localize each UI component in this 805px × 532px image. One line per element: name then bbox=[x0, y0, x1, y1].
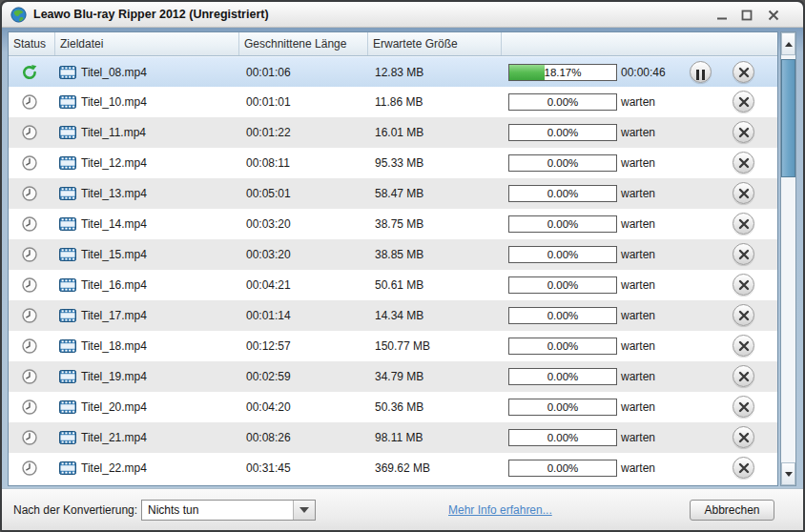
more-info-link[interactable]: Mehr Info erfahren... bbox=[448, 503, 552, 517]
close-icon[interactable] bbox=[763, 6, 784, 24]
table-row[interactable]: Titel_11.mp4 00:01:22 16.01 MB 0.00% war… bbox=[9, 117, 777, 148]
target-filename: Titel_08.mp4 bbox=[81, 57, 147, 88]
video-file-icon bbox=[59, 156, 76, 170]
cut-length-value: 00:04:21 bbox=[246, 270, 291, 300]
remove-x-icon bbox=[738, 218, 750, 230]
progress-percent-label: 0.00% bbox=[509, 247, 616, 262]
remove-x-icon bbox=[738, 432, 750, 443]
table-row[interactable]: Titel_08.mp4 00:01:06 12.83 MB 18.17% 00… bbox=[9, 56, 777, 87]
table-row[interactable]: Titel_21.mp4 00:08:26 98.11 MB 0.00% war… bbox=[9, 422, 777, 453]
remove-button[interactable] bbox=[733, 152, 754, 174]
progress-percent-label: 0.00% bbox=[509, 125, 616, 140]
progress-percent-label: 0.00% bbox=[509, 308, 616, 323]
column-header-target-file: Zieldatei bbox=[55, 32, 239, 55]
remove-button[interactable] bbox=[733, 243, 754, 265]
expected-size-value: 50.61 MB bbox=[375, 270, 423, 300]
cut-length-value: 00:01:22 bbox=[246, 117, 291, 148]
pause-button[interactable] bbox=[690, 61, 712, 83]
progress-bar: 0.00% bbox=[508, 307, 617, 324]
remove-button[interactable] bbox=[733, 396, 754, 418]
cut-length-value: 00:03:20 bbox=[246, 209, 291, 239]
progress-bar: 0.00% bbox=[508, 93, 617, 111]
video-file-icon bbox=[59, 187, 76, 200]
waiting-status-icon bbox=[21, 185, 38, 202]
target-filename: Titel_10.mp4 bbox=[81, 87, 147, 117]
vertical-scrollbar[interactable] bbox=[780, 31, 796, 486]
conversion-queue-table: Status Zieldatei Geschnittene Länge Erwa… bbox=[8, 31, 778, 486]
target-filename: Titel_15.mp4 bbox=[81, 239, 147, 270]
row-state-text: warten bbox=[621, 392, 655, 422]
scrollbar-thumb[interactable] bbox=[781, 59, 795, 177]
row-state-text: warten bbox=[621, 361, 655, 392]
remove-button[interactable] bbox=[733, 426, 754, 448]
remove-button[interactable] bbox=[733, 365, 754, 387]
cut-length-value: 00:05:01 bbox=[246, 178, 291, 209]
table-row[interactable]: Titel_16.mp4 00:04:21 50.61 MB 0.00% war… bbox=[9, 270, 777, 300]
video-file-icon bbox=[59, 126, 76, 139]
cut-length-value: 00:04:20 bbox=[246, 392, 291, 422]
app-globe-icon bbox=[10, 7, 27, 23]
waiting-status-icon bbox=[21, 307, 38, 324]
after-conversion-label: Nach der Konvertierung: bbox=[13, 503, 137, 517]
target-filename: Titel_21.mp4 bbox=[81, 422, 147, 453]
maximize-icon[interactable] bbox=[736, 6, 757, 24]
remove-x-icon bbox=[738, 371, 750, 382]
table-row[interactable]: Titel_17.mp4 00:01:14 14.34 MB 0.00% war… bbox=[9, 300, 777, 331]
remove-button[interactable] bbox=[733, 335, 754, 357]
table-row[interactable]: Titel_13.mp4 00:05:01 58.47 MB 0.00% war… bbox=[9, 178, 777, 209]
progress-bar: 0.00% bbox=[508, 399, 617, 416]
target-filename: Titel_20.mp4 bbox=[81, 392, 147, 422]
waiting-status-icon bbox=[21, 338, 38, 355]
after-conversion-dropdown[interactable]: Nichts tun bbox=[141, 500, 316, 521]
expected-size-value: 50.36 MB bbox=[375, 392, 423, 422]
remove-x-icon bbox=[738, 157, 750, 169]
progress-percent-label: 0.00% bbox=[509, 430, 616, 445]
target-filename: Titel_22.mp4 bbox=[81, 453, 147, 483]
table-row[interactable]: Titel_19.mp4 00:02:59 34.79 MB 0.00% war… bbox=[9, 361, 777, 392]
title-bar[interactable]: Leawo Blu-ray Ripper 2012 (Unregistriert… bbox=[2, 2, 803, 28]
table-row[interactable]: Titel_20.mp4 00:04:20 50.36 MB 0.00% war… bbox=[9, 392, 777, 422]
cancel-button[interactable]: Abbrechen bbox=[690, 500, 774, 521]
row-state-text: warten bbox=[621, 300, 655, 331]
remove-x-icon bbox=[738, 310, 750, 321]
video-file-icon bbox=[59, 461, 76, 475]
minimize-icon[interactable] bbox=[712, 6, 733, 24]
table-row[interactable]: Titel_14.mp4 00:03:20 38.75 MB 0.00% war… bbox=[9, 209, 777, 239]
remove-button[interactable] bbox=[733, 61, 754, 83]
waiting-status-icon bbox=[21, 399, 38, 416]
table-row[interactable]: Titel_22.mp4 00:31:45 369.62 MB 0.00% wa… bbox=[9, 453, 777, 483]
waiting-status-icon bbox=[21, 215, 38, 233]
target-filename: Titel_14.mp4 bbox=[81, 209, 147, 239]
video-file-icon bbox=[59, 370, 76, 383]
row-state-text: warten bbox=[621, 331, 655, 361]
progress-percent-label: 18.17% bbox=[509, 65, 616, 80]
progress-percent-label: 0.00% bbox=[509, 338, 616, 354]
converting-status-icon bbox=[21, 64, 38, 81]
scroll-down-icon[interactable] bbox=[781, 462, 795, 485]
expected-size-value: 11.86 MB bbox=[375, 87, 423, 117]
remove-button[interactable] bbox=[733, 182, 754, 204]
remove-x-icon bbox=[738, 340, 750, 352]
remove-button[interactable] bbox=[733, 91, 754, 113]
expected-size-value: 95.33 MB bbox=[375, 148, 423, 178]
table-row[interactable]: Titel_12.mp4 00:08:11 95.33 MB 0.00% war… bbox=[9, 148, 777, 178]
remove-button[interactable] bbox=[733, 304, 754, 326]
table-header: Status Zieldatei Geschnittene Länge Erwa… bbox=[9, 32, 777, 56]
waiting-status-icon bbox=[21, 124, 38, 141]
waiting-status-icon bbox=[21, 429, 38, 446]
column-header-progress bbox=[502, 32, 777, 55]
cut-length-value: 00:03:20 bbox=[246, 239, 291, 270]
row-state-text: warten bbox=[621, 422, 655, 453]
table-row[interactable]: Titel_10.mp4 00:01:01 11.86 MB 0.00% war… bbox=[9, 87, 777, 117]
cut-length-value: 00:08:26 bbox=[246, 422, 291, 453]
scroll-up-icon[interactable] bbox=[781, 32, 795, 55]
remove-button[interactable] bbox=[733, 121, 754, 143]
waiting-status-icon bbox=[21, 246, 38, 263]
expected-size-value: 16.01 MB bbox=[375, 117, 423, 148]
remove-button[interactable] bbox=[733, 274, 754, 296]
dropdown-arrow-icon[interactable] bbox=[293, 501, 315, 520]
table-row[interactable]: Titel_18.mp4 00:12:57 150.77 MB 0.00% wa… bbox=[9, 331, 777, 361]
table-row[interactable]: Titel_15.mp4 00:03:20 38.85 MB 0.00% war… bbox=[9, 239, 777, 270]
remove-button[interactable] bbox=[733, 213, 754, 235]
remove-button[interactable] bbox=[733, 457, 754, 479]
